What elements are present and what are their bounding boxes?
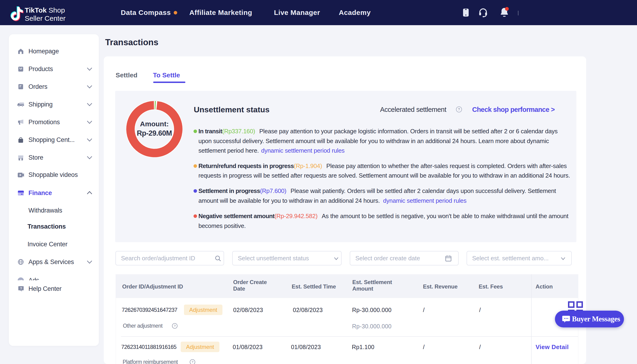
svg-text:?: ? <box>458 108 460 111</box>
svg-text:?: ? <box>192 360 193 364</box>
svg-text:?: ? <box>174 324 176 328</box>
svg-text:?: ? <box>20 287 22 290</box>
